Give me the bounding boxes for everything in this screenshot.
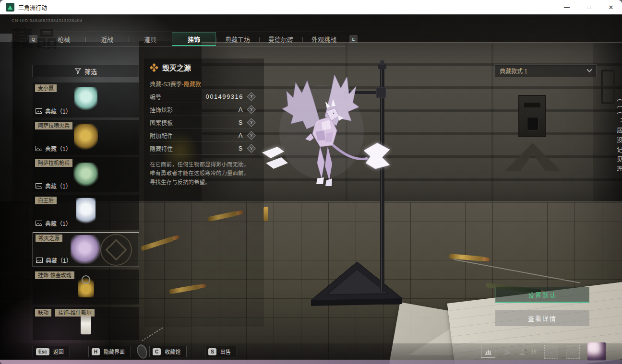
social-group: 16 + + xyxy=(481,342,606,361)
item-thumbnail xyxy=(81,314,91,334)
spec-row-hidden-trait: 隐藏特性 S ? xyxy=(150,142,254,155)
hotkey-group: Esc 返回 H 隐藏界面 C 收藏馆 S 出售 xyxy=(33,346,237,357)
tab-appearance-challenge[interactable]: 外观挑战 xyxy=(302,32,346,46)
item-thumbnail xyxy=(74,87,97,112)
tab-items[interactable]: 道具 xyxy=(129,32,172,46)
help-icon[interactable]: ? xyxy=(247,105,255,114)
collection-count: 典藏（1） xyxy=(45,182,72,190)
item-detail-panel: 毁灭之源 典藏-S3赛季- 隐藏款 编号 001499316 ? 挂饰炫彩 A … xyxy=(150,62,254,187)
hotkey-sell[interactable]: S 出售 xyxy=(205,346,237,357)
add-slot-button[interactable]: + xyxy=(544,345,558,359)
game-viewport: CN-UID:54946523984313236404 藏品 Q E 枪械 近战… xyxy=(0,14,622,364)
chevron-down-icon xyxy=(586,67,592,72)
tab-melee[interactable]: 近战 xyxy=(85,32,129,46)
list-item[interactable]: 阿萨拉机枪兵 典藏（1） xyxy=(33,157,139,192)
edition-highlight: 隐藏款 xyxy=(184,80,201,88)
photo-icon xyxy=(36,258,43,263)
crate-arrow-mark xyxy=(505,143,561,171)
spec-row-attachment: 附加配件 A ? xyxy=(150,129,254,142)
keycap-esc: Esc xyxy=(36,348,49,355)
crate-handle xyxy=(601,70,615,104)
title-bar: 三角洲行动 — □ ✕ xyxy=(0,0,622,14)
item-name-label: 挂饰-维什戴尔 xyxy=(55,309,95,317)
item-name-label: 挂饰-蚀金玫瑰 xyxy=(35,271,74,279)
stats-button[interactable] xyxy=(481,346,495,358)
list-item[interactable]: 白王后 典藏（1） xyxy=(33,195,139,230)
list-item[interactable]: 联动 挂饰-维什戴尔 xyxy=(33,307,139,340)
tab-mandel-brick[interactable]: 曼德尔砖 xyxy=(259,32,302,46)
list-item[interactable]: 挂饰-蚀金玫瑰 xyxy=(33,270,139,305)
list-item-selected[interactable]: 毁灭之源 典藏（1） xyxy=(33,232,139,267)
photo-icon xyxy=(36,183,42,188)
collab-badge: 联动 xyxy=(35,309,51,317)
collection-count: 典藏（1） xyxy=(45,107,72,115)
hotkey-collection-hall[interactable]: C 收藏馆 xyxy=(149,346,187,357)
key-hint-e: E xyxy=(349,35,358,43)
list-item[interactable]: 阿萨拉喷火兵 典藏（1） xyxy=(33,120,139,155)
set-default-button[interactable]: 设置默认 xyxy=(495,287,589,303)
view-details-button[interactable]: 查看详情 xyxy=(495,310,589,326)
photo-icon xyxy=(36,146,42,151)
item-title: 毁灭之源 xyxy=(162,62,191,72)
tab-collection-workshop[interactable]: 典藏工坊 xyxy=(216,32,259,46)
keycap-s: S xyxy=(208,348,216,355)
hotkey-hide-ui[interactable]: H 隐藏界面 xyxy=(88,346,131,357)
rarity-diamond-icon xyxy=(150,63,158,72)
edition-row: 典藏-S3赛季- 隐藏款 xyxy=(150,77,254,90)
player-avatar[interactable] xyxy=(587,342,606,361)
flag-icon[interactable] xyxy=(503,347,511,356)
close-button[interactable]: ✕ xyxy=(600,0,622,14)
key-hint-q: Q xyxy=(29,35,37,43)
item-description: 在它面前，任何生物都显得渺小而无助，唯有勇敢者才能在这般寒冷的力量面前，寻找生存… xyxy=(150,159,254,187)
category-tabbar: 枪械 近战 道具 挂饰 典藏工坊 曼德尔砖 外观挑战 xyxy=(42,32,346,47)
item-name-label: 毁灭之源 xyxy=(36,235,62,242)
delta-force-logo-icon xyxy=(6,3,14,12)
help-icon[interactable]: ? xyxy=(247,92,255,101)
item-name-label: 阿萨拉喷火兵 xyxy=(35,122,72,129)
item-sidebar: 筛选 麦小鼠 典藏（1） 阿萨拉喷火兵 典藏（1） xyxy=(33,65,139,340)
player-uid: CN-UID:54946523984313236404 xyxy=(12,18,83,23)
funnel-icon xyxy=(75,68,81,74)
collection-count: 典藏（1） xyxy=(45,219,72,227)
hotkey-back[interactable]: Esc 返回 xyxy=(33,346,70,357)
photo-icon xyxy=(36,108,42,114)
edition-label: 典藏-S3赛季- xyxy=(150,80,184,88)
charm-3d-viewer[interactable] xyxy=(250,48,442,317)
collection-count: 典藏（1） xyxy=(45,144,72,153)
item-name-label: 麦小鼠 xyxy=(35,84,57,92)
keycap-h: H xyxy=(92,348,100,355)
item-name-label: 阿萨拉机枪兵 xyxy=(35,159,72,167)
item-thumbnail xyxy=(78,276,94,297)
app-window: 三角洲行动 — □ ✕ xyxy=(0,0,622,364)
photo-icon xyxy=(36,221,42,226)
maximize-button[interactable]: □ xyxy=(578,0,600,14)
tab-charms[interactable]: 挂饰 xyxy=(172,32,216,46)
tab-guns[interactable]: 枪械 xyxy=(42,32,85,46)
item-list: 麦小鼠 典藏（1） 阿萨拉喷火兵 典藏（1） 阿萨拉 xyxy=(33,82,139,340)
filter-button[interactable]: 筛选 xyxy=(33,65,139,77)
spec-row-colorway: 挂饰炫彩 A ? xyxy=(150,103,254,116)
collection-count: 典藏（1） xyxy=(46,256,72,264)
filter-label: 筛选 xyxy=(84,67,97,76)
help-icon[interactable]: ? xyxy=(247,118,255,127)
help-icon[interactable]: ? xyxy=(247,131,255,140)
list-item[interactable]: 麦小鼠 典藏（1） xyxy=(33,82,139,117)
style-dropdown[interactable]: 典藏款式 1 xyxy=(494,64,597,77)
bottom-bar: Esc 返回 H 隐藏界面 C 收藏馆 S 出售 xyxy=(0,343,622,360)
dropdown-selected-value: 典藏款式 1 xyxy=(500,67,527,75)
edge-panel-text: （（（：居没记见理 xyxy=(617,95,622,175)
bar-chart-icon xyxy=(484,348,492,355)
keycap-c: C xyxy=(153,348,161,355)
people-icon xyxy=(519,348,528,355)
spec-row-pattern: 图案模板 S ? xyxy=(150,116,254,129)
item-thumbnail xyxy=(74,123,98,150)
item-thumbnail xyxy=(71,235,101,263)
minimize-button[interactable]: — xyxy=(556,0,578,14)
item-thumbnail xyxy=(73,163,98,187)
item-thumbnail xyxy=(76,198,96,225)
spec-row-serial: 编号 001499316 ? xyxy=(150,90,254,103)
help-icon[interactable]: ? xyxy=(247,144,255,153)
team-count: 16 xyxy=(531,349,537,354)
add-slot-button[interactable]: + xyxy=(566,345,580,359)
team-counter[interactable]: 16 xyxy=(519,348,537,355)
